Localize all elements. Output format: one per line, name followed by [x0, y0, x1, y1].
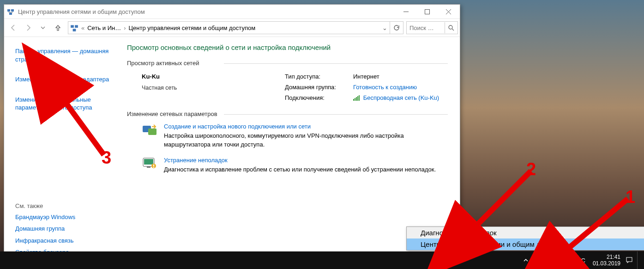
svg-rect-8 [353, 99, 354, 101]
search-input[interactable] [407, 24, 445, 31]
sidebar: Панель управления — домашняя страница Из… [4, 37, 120, 262]
titlebar: Центр управления сетями и общим доступом [4, 5, 460, 19]
navbar: « Сеть и Ин… › Центр управления сетями и… [4, 19, 460, 37]
back-button[interactable] [6, 20, 21, 35]
svg-rect-10 [356, 97, 357, 101]
svg-rect-20 [153, 167, 154, 168]
chevron-right-icon: › [123, 24, 126, 31]
minimize-button[interactable] [395, 5, 416, 18]
address-bar[interactable]: « Сеть и Ин… › Центр управления сетями и… [68, 21, 403, 34]
svg-rect-6 [73, 29, 76, 31]
annotation-1: 1 [626, 187, 635, 207]
new-connection-icon [142, 123, 157, 136]
window-title: Центр управления сетями и общим доступом [18, 8, 395, 15]
svg-rect-5 [75, 25, 78, 28]
tray-date: 01.03.2019 [593, 260, 620, 267]
troubleshoot-link[interactable]: Устранение неполадок [164, 157, 436, 164]
access-type-value: Интернет [353, 73, 439, 80]
sidebar-adapter-settings[interactable]: Изменение параметров адаптера [15, 73, 116, 86]
maximize-button[interactable] [416, 5, 438, 18]
homegroup-link[interactable]: Готовность к созданию [353, 84, 439, 91]
sidebar-homegroup[interactable]: Домашняя группа [15, 223, 116, 235]
location-icon [70, 24, 78, 32]
show-desktop-peek[interactable] [637, 251, 641, 269]
sidebar-advanced-sharing[interactable]: Изменить дополнительные параметры общего… [15, 94, 116, 114]
recent-dropdown[interactable] [36, 20, 50, 35]
connections-label: Подключения: [285, 94, 349, 101]
sidebar-cp-home[interactable]: Панель управления — домашняя страница [15, 45, 116, 65]
tray-language[interactable]: РУС [573, 257, 585, 264]
svg-rect-17 [147, 166, 150, 168]
tray-battery-icon[interactable] [535, 256, 543, 264]
sidebar-infrared[interactable]: Инфракрасная связь [15, 235, 116, 247]
see-also-label: См. также [15, 201, 116, 211]
refresh-button[interactable] [390, 22, 403, 34]
svg-rect-12 [359, 95, 360, 101]
crumb-prev-icon[interactable]: « [80, 24, 85, 31]
forward-button[interactable] [21, 20, 36, 35]
wifi-signal-icon [353, 95, 360, 101]
network-name: Ku-Ku [142, 73, 160, 80]
page-title: Просмотр основных сведений о сети и наст… [127, 43, 448, 51]
tray-wifi-icon[interactable] [548, 256, 556, 264]
connection-link[interactable]: Беспроводная сеть (Ku-Ku) [363, 94, 439, 101]
tray-context-menu: Диагностика неполадок Центр управления с… [406, 226, 644, 251]
new-connection-link[interactable]: Создание и настройка нового подключения … [164, 123, 448, 130]
svg-rect-22 [542, 259, 542, 261]
troubleshoot-desc: Диагностика и исправление проблем с сеть… [164, 165, 436, 174]
svg-rect-3 [425, 9, 429, 14]
access-type-label: Тип доступа: [285, 73, 349, 80]
svg-rect-19 [153, 165, 154, 166]
up-button[interactable] [52, 22, 63, 33]
address-dropdown[interactable]: ⌄ [379, 24, 390, 31]
svg-rect-2 [9, 12, 12, 15]
active-networks-title: Просмотр активных сетей [127, 60, 448, 67]
ctx-diagnose[interactable]: Диагностика неполадок [407, 227, 644, 238]
troubleshoot-icon [142, 157, 157, 170]
breadcrumb-network[interactable]: Сеть и Ин… [85, 24, 123, 31]
svg-rect-14 [148, 128, 156, 135]
svg-rect-4 [71, 25, 74, 28]
svg-rect-16 [144, 159, 153, 165]
svg-rect-23 [536, 259, 541, 261]
sidebar-firewall[interactable]: Брандмауэр Windows [15, 211, 116, 223]
search-icon[interactable] [445, 22, 457, 33]
search-box[interactable] [406, 21, 458, 34]
change-settings-title: Изменение сетевых параметров [127, 110, 448, 117]
svg-point-7 [449, 25, 452, 29]
svg-rect-1 [11, 9, 14, 12]
network-type: Частная сеть [142, 85, 285, 91]
close-button[interactable] [438, 5, 459, 18]
svg-rect-11 [357, 96, 358, 101]
svg-point-24 [551, 263, 552, 263]
new-connection-desc: Настройка широкополосного, коммутируемог… [164, 132, 448, 149]
app-icon [7, 8, 14, 15]
annotation-2: 2 [526, 159, 536, 179]
tray-time: 21:41 [593, 254, 620, 260]
tray-volume-icon[interactable] [560, 256, 569, 264]
svg-rect-9 [355, 98, 355, 101]
svg-rect-0 [7, 9, 10, 12]
ctx-open-network-center[interactable]: Центр управления сетями и общим доступом [407, 238, 644, 250]
tray-clock[interactable]: 21:41 01.03.2019 [593, 254, 620, 267]
tray-notifications-icon[interactable] [625, 256, 633, 264]
homegroup-label: Домашняя группа: [285, 84, 349, 91]
tray-chevron-icon[interactable] [522, 256, 530, 264]
svg-rect-25 [626, 257, 632, 262]
network-center-window: Центр управления сетями и общим доступом… [4, 4, 460, 263]
taskbar: РУС 21:41 01.03.2019 [0, 251, 644, 269]
svg-line-27 [471, 171, 531, 231]
breadcrumb-current[interactable]: Центр управления сетями и общим доступом [127, 24, 258, 31]
